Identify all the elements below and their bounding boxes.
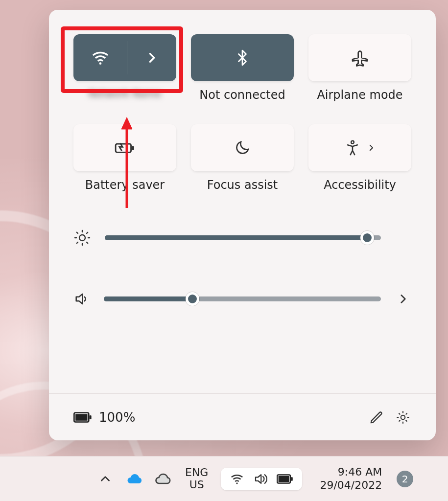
svg-point-16 xyxy=(401,415,405,419)
svg-rect-21 xyxy=(291,477,293,480)
svg-line-11 xyxy=(77,242,78,243)
accessibility-icon xyxy=(344,139,361,156)
quick-settings-flyout: Network Name Not connected xyxy=(49,10,436,440)
battery-icon xyxy=(73,411,92,424)
airplane-mode-tile[interactable] xyxy=(308,34,411,81)
wifi-expand-button[interactable] xyxy=(127,34,176,81)
svg-rect-22 xyxy=(279,476,289,481)
accessibility-label: Accessibility xyxy=(324,178,396,193)
svg-point-4 xyxy=(79,235,85,241)
airplane-icon xyxy=(350,48,370,68)
wifi-toggle-area[interactable] xyxy=(73,34,127,81)
sliders-section xyxy=(73,229,411,307)
accessibility-tile[interactable] xyxy=(308,124,411,171)
cloud-outline-icon xyxy=(154,470,171,488)
language-bottom: US xyxy=(189,479,204,491)
focus-assist-tile[interactable] xyxy=(191,124,294,171)
taskbar: ENG US 9:46 AM 29/04/2022 2 xyxy=(0,456,448,501)
chevron-right-icon xyxy=(145,51,159,65)
svg-point-0 xyxy=(99,62,101,65)
svg-rect-1 xyxy=(116,144,131,152)
edit-quick-settings-button[interactable] xyxy=(363,404,390,431)
brightness-thumb[interactable] xyxy=(360,231,374,245)
svg-rect-2 xyxy=(132,146,134,150)
brightness-icon xyxy=(73,229,91,247)
battery-status[interactable]: 100% xyxy=(73,410,135,425)
wifi-tile[interactable] xyxy=(73,34,176,81)
svg-rect-14 xyxy=(90,415,92,419)
volume-icon xyxy=(73,291,90,307)
wifi-icon xyxy=(230,472,244,486)
battery-icon xyxy=(277,474,293,484)
wifi-network-name-blurred: Network Name xyxy=(76,81,174,106)
battery-percent: 100% xyxy=(99,410,135,425)
notification-count-badge[interactable]: 2 xyxy=(397,471,413,487)
taskbar-clock[interactable]: 9:46 AM 29/04/2022 xyxy=(320,466,382,492)
show-hidden-icons-button[interactable] xyxy=(95,469,116,489)
wifi-icon xyxy=(91,48,110,68)
settings-button[interactable] xyxy=(390,404,416,431)
svg-line-9 xyxy=(77,232,78,233)
volume-slider[interactable] xyxy=(104,296,381,301)
weather-tray-icon[interactable] xyxy=(153,469,172,489)
battery-saver-tile[interactable] xyxy=(73,124,176,171)
volume-slider-row xyxy=(73,291,411,307)
volume-thumb[interactable] xyxy=(186,292,199,306)
cloud-icon xyxy=(125,470,143,488)
bluetooth-icon xyxy=(234,49,251,67)
svg-line-12 xyxy=(87,232,88,233)
pencil-icon xyxy=(369,410,384,425)
chevron-right-icon xyxy=(367,143,376,152)
chevron-right-icon xyxy=(397,293,409,305)
language-top: ENG xyxy=(185,467,208,478)
airplane-mode-label: Airplane mode xyxy=(317,88,402,103)
system-tray-group[interactable] xyxy=(221,468,302,490)
volume-icon xyxy=(253,472,268,486)
brightness-slider-row xyxy=(73,229,411,247)
clock-date: 29/04/2022 xyxy=(320,479,382,492)
bluetooth-label: Not connected xyxy=(199,88,285,103)
focus-assist-label: Focus assist xyxy=(207,178,278,193)
quick-settings-footer: 100% xyxy=(49,393,436,440)
clock-time: 9:46 AM xyxy=(338,466,382,478)
onedrive-tray-icon[interactable] xyxy=(124,469,144,489)
svg-point-19 xyxy=(236,482,238,484)
gear-icon xyxy=(395,410,411,425)
brightness-slider[interactable] xyxy=(105,235,381,240)
svg-rect-15 xyxy=(75,414,87,421)
bluetooth-tile[interactable] xyxy=(191,34,294,81)
battery-saver-icon xyxy=(114,139,136,157)
battery-saver-label: Battery saver xyxy=(85,178,165,193)
svg-point-3 xyxy=(351,141,354,144)
language-indicator[interactable]: ENG US xyxy=(185,467,208,490)
quick-settings-tiles: Network Name Not connected xyxy=(73,34,411,209)
moon-icon xyxy=(234,139,251,157)
volume-output-button[interactable] xyxy=(395,293,411,305)
chevron-up-icon xyxy=(99,473,112,485)
svg-line-10 xyxy=(87,242,88,243)
